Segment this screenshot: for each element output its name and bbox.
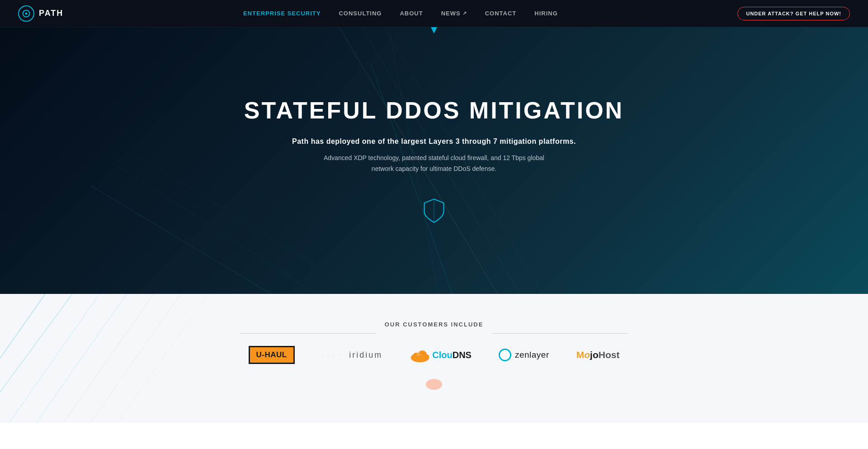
logo-mojohost: MojoHost bbox=[576, 350, 620, 360]
customers-section: OUR CUSTOMERS INCLUDE U-HAUL · · · · · i… bbox=[0, 294, 868, 423]
nav-links: ENTERPRISE SECURITY CONSULTING ABOUT NEW… bbox=[243, 10, 558, 17]
logo-iridium: · · · · · iridium bbox=[322, 350, 383, 360]
customer-logos-row-2 bbox=[18, 378, 850, 391]
nav-link-about[interactable]: ABOUT bbox=[400, 10, 423, 17]
logo-partial bbox=[423, 378, 445, 391]
zenlayer-logo-text: zenlayer bbox=[515, 350, 549, 360]
hero-content: STATEFUL DDOS MITIGATION Path has deploy… bbox=[235, 97, 633, 175]
mojohost-logo-text: MojoHost bbox=[576, 350, 620, 360]
main-nav: PATH ENTERPRISE SECURITY CONSULTING ABOU… bbox=[0, 0, 868, 27]
svg-point-25 bbox=[426, 379, 442, 390]
hero-indicator-icon bbox=[431, 27, 437, 33]
divider-right bbox=[492, 333, 628, 334]
svg-line-9 bbox=[113, 163, 316, 294]
logo-icon bbox=[18, 5, 34, 22]
customer-logos-row: U-HAUL · · · · · iridium bbox=[18, 346, 850, 364]
shield-icon bbox=[420, 197, 448, 224]
svg-line-10 bbox=[136, 154, 362, 294]
logo-text: PATH bbox=[39, 9, 63, 18]
logo-zenlayer: zenlayer bbox=[499, 349, 549, 361]
hero-subtitle: Path has deployed one of the largest Lay… bbox=[244, 137, 624, 146]
cloudns-logo-text: ClouDNS bbox=[432, 350, 472, 360]
nav-link-hiring[interactable]: HIRING bbox=[534, 10, 558, 17]
hero-description: Advanced XDP technology, patented statef… bbox=[316, 153, 552, 175]
divider-left bbox=[240, 333, 376, 334]
logo-cloudns: ClouDNS bbox=[410, 348, 472, 362]
nav-link-contact[interactable]: CONTACT bbox=[485, 10, 517, 17]
hero-shield bbox=[420, 197, 448, 224]
customers-title-area: OUR CUSTOMERS INCLUDE bbox=[18, 321, 850, 346]
uhaul-logo-text: U-HAUL bbox=[249, 346, 295, 364]
cloudns-cloud-icon bbox=[410, 348, 430, 362]
partial-logo-icon bbox=[423, 378, 445, 391]
iridium-logo-text: iridium bbox=[349, 350, 382, 360]
logo-uhaul: U-HAUL bbox=[249, 346, 295, 364]
nav-link-enterprise-security[interactable]: ENTERPRISE SECURITY bbox=[243, 10, 321, 17]
customers-section-title: OUR CUSTOMERS INCLUDE bbox=[385, 321, 484, 328]
external-link-icon: ↗ bbox=[462, 10, 467, 16]
svg-point-1 bbox=[25, 12, 28, 14]
iridium-dots-icon: · · · · · bbox=[322, 353, 349, 357]
zenlayer-circle-icon bbox=[499, 349, 511, 361]
svg-marker-2 bbox=[431, 27, 437, 33]
emergency-cta-button[interactable]: UNDER ATTACK? GET HELP NOW! bbox=[737, 7, 850, 20]
svg-point-24 bbox=[416, 352, 421, 356]
nav-link-news[interactable]: NEWS ↗ bbox=[441, 10, 467, 17]
svg-point-22 bbox=[423, 354, 429, 359]
hero-title: STATEFUL DDOS MITIGATION bbox=[244, 97, 624, 124]
logo[interactable]: PATH bbox=[18, 5, 63, 22]
hero-section: STATEFUL DDOS MITIGATION Path has deploy… bbox=[0, 27, 868, 294]
nav-link-consulting[interactable]: CONSULTING bbox=[339, 10, 382, 17]
svg-line-8 bbox=[90, 185, 271, 294]
